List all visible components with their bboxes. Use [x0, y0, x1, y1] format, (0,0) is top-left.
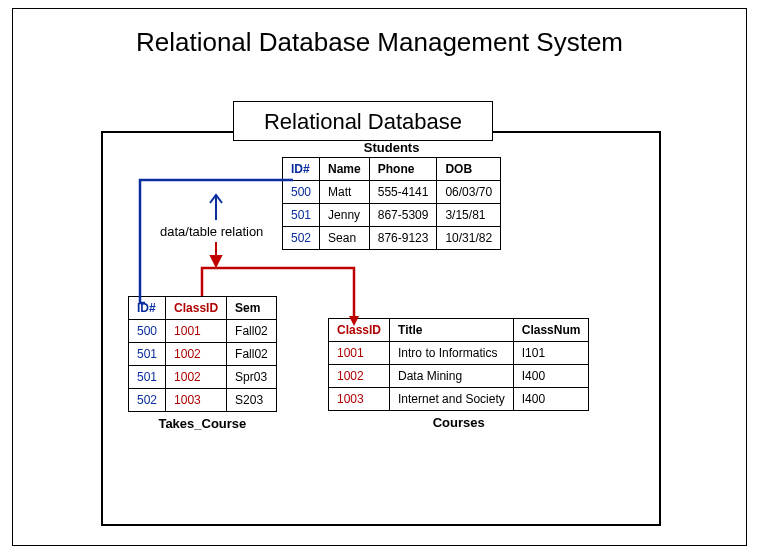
table-row: 1003 Internet and Society I400 [329, 388, 589, 411]
cell-dob: 3/15/81 [437, 204, 501, 227]
cell-name: Matt [320, 181, 370, 204]
col-name: Name [320, 158, 370, 181]
table-header-row: ClassID Title ClassNum [329, 319, 589, 342]
col-phone: Phone [369, 158, 437, 181]
cell-id: 501 [129, 366, 166, 389]
cell-classid: 1003 [166, 389, 227, 412]
table-row: 1001 Intro to Informatics I101 [329, 342, 589, 365]
takes-course-table: ID# ClassID Sem 500 1001 Fall02 501 1002… [128, 296, 277, 412]
cell-title: Data Mining [390, 365, 514, 388]
table-row: 502 1003 S203 [129, 389, 277, 412]
cell-sem: Fall02 [227, 320, 277, 343]
cell-sem: Fall02 [227, 343, 277, 366]
col-dob: DOB [437, 158, 501, 181]
students-table: ID# Name Phone DOB 500 Matt 555-4141 06/… [282, 157, 501, 250]
main-title: Relational Database Management System [13, 27, 746, 58]
table-row: 501 Jenny 867-5309 3/15/81 [283, 204, 501, 227]
cell-phone: 555-4141 [369, 181, 437, 204]
cell-id: 501 [129, 343, 166, 366]
courses-title: Courses [328, 415, 589, 430]
table-header-row: ID# Name Phone DOB [283, 158, 501, 181]
col-sem: Sem [227, 297, 277, 320]
takes-course-table-block: ID# ClassID Sem 500 1001 Fall02 501 1002… [128, 296, 277, 433]
cell-classid: 1002 [166, 366, 227, 389]
col-id: ID# [129, 297, 166, 320]
cell-dob: 10/31/82 [437, 227, 501, 250]
cell-title: Intro to Informatics [390, 342, 514, 365]
cell-classid: 1002 [166, 343, 227, 366]
col-id: ID# [283, 158, 320, 181]
subtitle-box: Relational Database [233, 101, 493, 141]
table-row: 502 Sean 876-9123 10/31/82 [283, 227, 501, 250]
cell-name: Jenny [320, 204, 370, 227]
cell-classid: 1003 [329, 388, 390, 411]
table-row: 500 Matt 555-4141 06/03/70 [283, 181, 501, 204]
table-row: 501 1002 Fall02 [129, 343, 277, 366]
col-classid: ClassID [166, 297, 227, 320]
cell-id: 502 [283, 227, 320, 250]
table-row: 1002 Data Mining I400 [329, 365, 589, 388]
col-classid: ClassID [329, 319, 390, 342]
cell-classnum: I101 [513, 342, 589, 365]
cell-phone: 867-5309 [369, 204, 437, 227]
cell-classid: 1002 [329, 365, 390, 388]
relation-label: data/table relation [160, 224, 263, 239]
cell-id: 500 [283, 181, 320, 204]
cell-dob: 06/03/70 [437, 181, 501, 204]
cell-classnum: I400 [513, 365, 589, 388]
col-classnum: ClassNum [513, 319, 589, 342]
cell-id: 500 [129, 320, 166, 343]
table-row: 501 1002 Spr03 [129, 366, 277, 389]
cell-id: 502 [129, 389, 166, 412]
table-row: 500 1001 Fall02 [129, 320, 277, 343]
cell-sem: S203 [227, 389, 277, 412]
courses-table-block: ClassID Title ClassNum 1001 Intro to Inf… [328, 318, 589, 432]
cell-phone: 876-9123 [369, 227, 437, 250]
cell-classid: 1001 [329, 342, 390, 365]
table-header-row: ID# ClassID Sem [129, 297, 277, 320]
students-title: Students [282, 140, 501, 155]
cell-title: Internet and Society [390, 388, 514, 411]
takes-course-title: Takes_Course [128, 416, 277, 431]
cell-name: Sean [320, 227, 370, 250]
cell-id: 501 [283, 204, 320, 227]
students-table-block: Students ID# Name Phone DOB 500 Matt 555… [282, 140, 501, 250]
courses-table: ClassID Title ClassNum 1001 Intro to Inf… [328, 318, 589, 411]
cell-classid: 1001 [166, 320, 227, 343]
col-title: Title [390, 319, 514, 342]
cell-classnum: I400 [513, 388, 589, 411]
cell-sem: Spr03 [227, 366, 277, 389]
outer-frame: Relational Database Management System Re… [12, 8, 747, 546]
